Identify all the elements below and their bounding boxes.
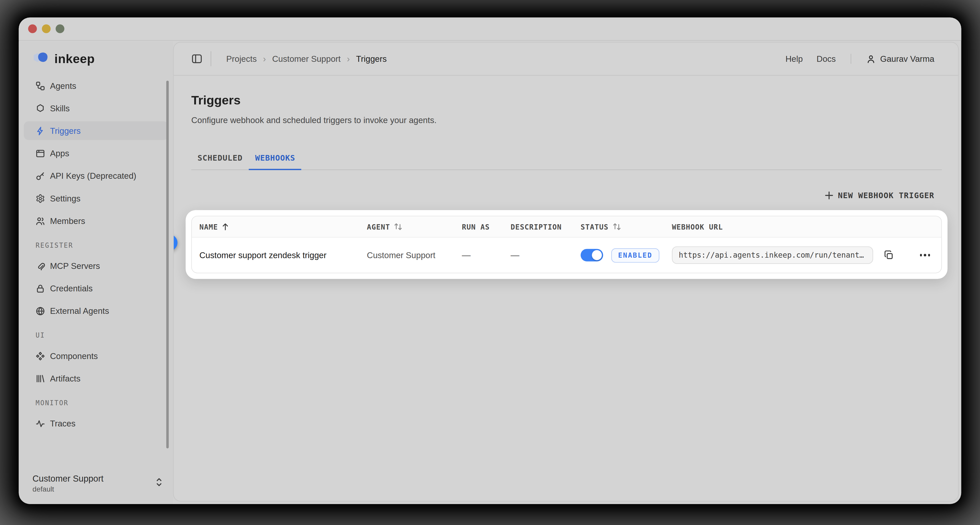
column-header-agent[interactable]: AGENT xyxy=(360,222,454,231)
logo-wordmark: inkeep xyxy=(54,51,95,66)
user-menu[interactable]: Gaurav Varma xyxy=(866,54,934,64)
column-header-description: DESCRIPTION xyxy=(503,222,573,231)
trigger-name-cell: Customer support zendesk trigger xyxy=(192,251,360,260)
column-label: AGENT xyxy=(367,222,390,231)
graph-name: default xyxy=(32,485,103,493)
tab-webhooks[interactable]: WEBHOOKS xyxy=(249,153,301,169)
column-header-run-as: RUN AS xyxy=(454,222,503,231)
header-divider xyxy=(210,51,211,66)
sidebar: inkeep Agents xyxy=(19,41,173,504)
status-toggle[interactable] xyxy=(581,249,603,262)
sort-both-icon xyxy=(394,223,402,231)
sidebar-item-settings[interactable]: Settings xyxy=(24,189,168,207)
page-title: Triggers xyxy=(191,93,942,108)
sort-both-icon xyxy=(612,223,621,231)
project-switcher[interactable]: Customer Support default xyxy=(32,474,163,493)
sidebar-item-skills[interactable]: Skills xyxy=(24,99,168,118)
sidebar-item-agents[interactable]: Agents xyxy=(24,77,168,95)
docs-link[interactable]: Docs xyxy=(817,54,836,64)
project-name: Customer Support xyxy=(32,474,103,484)
status-badge: ENABLED xyxy=(611,248,659,262)
sidebar-item-mcp-servers[interactable]: MCP Servers xyxy=(24,256,168,275)
sidebar-toggle-button[interactable] xyxy=(191,53,202,64)
help-link[interactable]: Help xyxy=(786,54,803,64)
users-icon xyxy=(36,216,45,225)
sidebar-item-traces[interactable]: Traces xyxy=(24,414,168,432)
column-header-name[interactable]: NAME xyxy=(192,222,360,231)
sidebar-item-label: Artifacts xyxy=(50,373,80,383)
annotation-badge: 1 xyxy=(173,235,177,251)
plus-icon xyxy=(825,191,833,199)
new-webhook-trigger-button[interactable]: NEW WEBHOOK TRIGGER xyxy=(825,191,935,200)
sidebar-item-label: Credentials xyxy=(50,284,93,293)
apps-icon xyxy=(36,148,45,158)
sidebar-item-label: Agents xyxy=(50,81,76,90)
gear-icon xyxy=(36,193,45,203)
breadcrumb-separator: › xyxy=(263,54,266,64)
sidebar-section-ui: UI xyxy=(24,332,168,341)
globe-icon xyxy=(36,306,45,316)
sidebar-section-register: REGISTER xyxy=(24,241,168,251)
zoom-window-button[interactable] xyxy=(56,24,64,33)
sidebar-item-credentials[interactable]: Credentials xyxy=(24,279,168,297)
main-header: Projects › Customer Support › Triggers H… xyxy=(174,43,958,76)
copy-icon[interactable] xyxy=(884,250,894,260)
toggle-knob xyxy=(592,250,602,260)
page-content: Triggers Configure webhook and scheduled… xyxy=(174,76,958,279)
triggers-table-highlight: 1 NAME xyxy=(186,210,947,279)
user-icon xyxy=(866,54,876,64)
new-webhook-trigger-label: NEW WEBHOOK TRIGGER xyxy=(838,191,934,200)
sidebar-item-members[interactable]: Members xyxy=(24,211,168,230)
table-row[interactable]: Customer support zendesk trigger Custome… xyxy=(192,238,941,273)
sidebar-item-artifacts[interactable]: Artifacts xyxy=(24,369,168,388)
page-subtitle: Configure webhook and scheduled triggers… xyxy=(191,116,942,125)
sidebar-item-label: Apps xyxy=(50,148,69,158)
inkeep-logo-icon xyxy=(32,51,50,66)
close-window-button[interactable] xyxy=(28,24,37,33)
sidebar-item-triggers[interactable]: Triggers xyxy=(24,121,168,140)
sidebar-scrollbar[interactable] xyxy=(166,81,169,448)
key-icon xyxy=(36,171,45,180)
breadcrumb-projects[interactable]: Projects xyxy=(226,54,257,64)
breadcrumb-project[interactable]: Customer Support xyxy=(272,54,340,64)
mcp-icon xyxy=(36,261,45,270)
sidebar-item-label: MCP Servers xyxy=(50,261,100,270)
column-header-status[interactable]: STATUS xyxy=(573,222,665,231)
sidebar-item-api-keys[interactable]: API Keys (Deprecated) xyxy=(24,166,168,185)
column-label: STATUS xyxy=(581,222,608,231)
sidebar-item-label: External Agents xyxy=(50,306,109,316)
webhook-url-field[interactable]: https://api.agents.inkeep.com/run/tenant… xyxy=(672,246,873,264)
sidebar-item-label: Traces xyxy=(50,419,76,428)
app-window: inkeep Agents xyxy=(19,18,961,504)
sidebar-item-apps[interactable]: Apps xyxy=(24,144,168,163)
sidebar-nav: Agents Skills xyxy=(19,77,173,433)
header-actions: Help Docs Gaurav Varma xyxy=(786,54,935,64)
toolbar: NEW WEBHOOK TRIGGER xyxy=(191,191,942,200)
trigger-description-cell: — xyxy=(503,250,573,260)
components-icon xyxy=(36,351,45,361)
agents-icon xyxy=(36,81,45,90)
sidebar-item-label: Settings xyxy=(50,193,80,203)
column-label: NAME xyxy=(199,222,218,231)
sidebar-item-external-agents[interactable]: External Agents xyxy=(24,301,168,320)
minimize-window-button[interactable] xyxy=(42,24,51,33)
logo[interactable]: inkeep xyxy=(19,49,173,69)
trigger-agent-cell: Customer Support xyxy=(360,251,454,260)
lock-icon xyxy=(36,284,45,293)
screen: inkeep Agents xyxy=(0,0,980,525)
app-body: inkeep Agents xyxy=(19,41,961,504)
tab-scheduled[interactable]: SCHEDULED xyxy=(191,153,249,169)
trigger-url-cell: https://api.agents.inkeep.com/run/tenant… xyxy=(664,246,941,264)
breadcrumb-current: Triggers xyxy=(356,54,387,64)
window-titlebar xyxy=(19,18,961,41)
tabs: SCHEDULED WEBHOOKS xyxy=(191,153,942,170)
sidebar-item-label: Components xyxy=(50,351,98,361)
trigger-run-as-cell: — xyxy=(454,250,503,260)
main-panel: Projects › Customer Support › Triggers H… xyxy=(173,42,959,501)
column-header-webhook-url: WEBHOOK URL xyxy=(664,222,941,231)
header-divider xyxy=(851,54,851,64)
sidebar-item-components[interactable]: Components xyxy=(24,346,168,365)
row-actions-menu[interactable] xyxy=(920,254,930,256)
activity-icon xyxy=(36,419,45,428)
user-name: Gaurav Varma xyxy=(880,54,935,64)
